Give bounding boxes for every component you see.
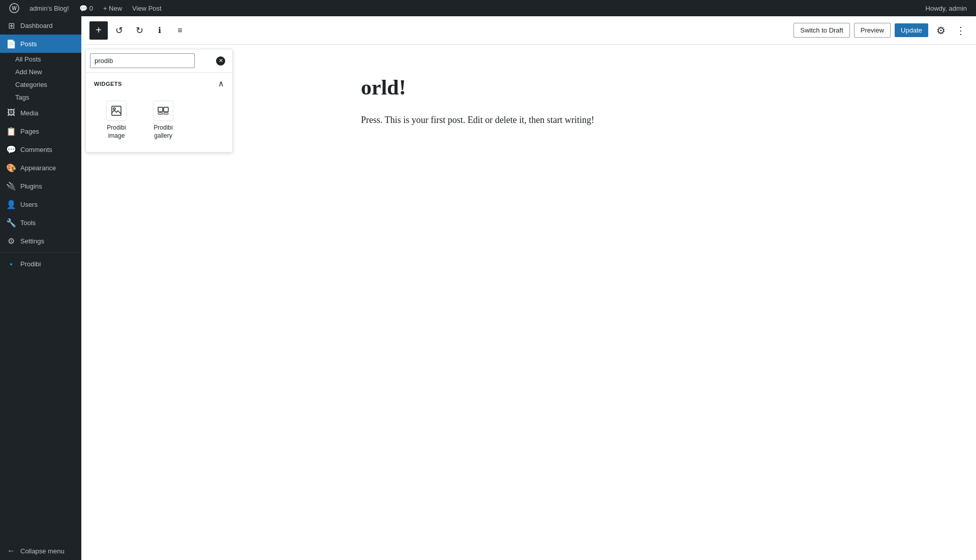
search-input-wrapper: ✕ — [90, 53, 228, 68]
sidebar-plugins-label: Plugins — [20, 182, 42, 190]
new-label: + New — [103, 5, 122, 12]
sidebar-divider — [0, 252, 81, 253]
site-name-label: admin's Blog! — [29, 5, 69, 12]
prodibi-image-label: Prodibi image — [98, 124, 135, 140]
svg-rect-4 — [158, 107, 163, 112]
view-post-label: View Post — [132, 5, 162, 12]
block-item-prodibi-gallery[interactable]: Prodibi gallery — [141, 95, 186, 144]
block-search-input[interactable] — [90, 53, 195, 68]
comment-icon: 💬 — [79, 5, 87, 12]
collapse-menu-label: Collapse menu — [20, 547, 65, 555]
sidebar-item-pages[interactable]: 📋 Pages — [0, 122, 81, 140]
editor-body: ✕ Widgets ∧ — [81, 45, 976, 560]
svg-rect-6 — [158, 113, 163, 114]
toolbar-left: + ↺ ↻ ℹ ≡ — [89, 21, 189, 40]
sidebar-pages-label: Pages — [20, 128, 39, 135]
admin-bar: W admin's Blog! 💬 0 + New View Post Howd… — [0, 0, 976, 16]
sidebar-item-dashboard[interactable]: ⊞ Dashboard — [0, 16, 81, 35]
comments-link[interactable]: 💬 0 — [74, 0, 98, 16]
wp-logo-icon: W — [9, 3, 19, 13]
sidebar-item-settings[interactable]: ⚙ Settings — [0, 232, 81, 250]
block-item-prodibi-image[interactable]: Prodibi image — [94, 95, 139, 144]
sidebar-appearance-label: Appearance — [20, 164, 56, 172]
update-button[interactable]: Update — [895, 23, 928, 37]
main-layout: ⊞ Dashboard 📄 Posts All Posts Add New Ca… — [0, 16, 976, 560]
prodibi-icon: ● — [6, 259, 16, 269]
sidebar-item-posts[interactable]: 📄 Posts — [0, 35, 81, 53]
svg-rect-2 — [112, 106, 121, 115]
sidebar-users-label: Users — [20, 201, 38, 208]
prodibi-image-icon — [106, 101, 127, 121]
content-area: + ↺ ↻ ℹ ≡ Switch to Draft Preview Update… — [81, 16, 976, 560]
blocks-grid: Prodibi image Prodib — [90, 90, 228, 148]
appearance-icon: 🎨 — [6, 163, 16, 173]
gallery-svg — [157, 105, 169, 117]
tools-icon: 🔧 — [6, 217, 16, 228]
list-view-button[interactable]: ≡ — [171, 21, 189, 40]
block-inserter-popup: ✕ Widgets ∧ — [85, 49, 233, 152]
svg-rect-5 — [164, 107, 168, 112]
info-button[interactable]: ℹ — [150, 21, 169, 40]
popup-section-header: Widgets ∧ — [90, 77, 228, 90]
posts-icon: 📄 — [6, 39, 16, 49]
undo-button[interactable]: ↺ — [110, 21, 128, 40]
svg-point-3 — [113, 108, 115, 110]
popup-section-widgets: Widgets ∧ Prodibi — [86, 73, 232, 152]
toolbar-right: Switch to Draft Preview Update ⚙ ⋮ — [794, 22, 968, 39]
sidebar-item-media[interactable]: 🖼 Media — [0, 104, 81, 122]
sidebar-bottom: ← Collapse menu — [0, 542, 81, 560]
sidebar-comments-label: Comments — [20, 146, 52, 153]
collapse-icon: ← — [6, 546, 16, 556]
sidebar-item-prodibi[interactable]: ● Prodibi — [0, 255, 81, 273]
image-svg — [110, 105, 123, 117]
switch-to-draft-button[interactable]: Switch to Draft — [794, 23, 850, 38]
sidebar-item-tags[interactable]: Tags — [0, 91, 81, 104]
sidebar: ⊞ Dashboard 📄 Posts All Posts Add New Ca… — [0, 16, 81, 560]
svg-rect-7 — [164, 113, 168, 114]
sidebar-menu: ⊞ Dashboard 📄 Posts All Posts Add New Ca… — [0, 16, 81, 542]
prodibi-gallery-label: Prodibi gallery — [145, 124, 181, 140]
users-icon: 👤 — [6, 199, 16, 209]
media-icon: 🖼 — [6, 108, 16, 118]
comments-count: 0 — [89, 5, 93, 12]
sidebar-item-tools[interactable]: 🔧 Tools — [0, 213, 81, 232]
sidebar-item-appearance[interactable]: 🎨 Appearance — [0, 159, 81, 177]
sidebar-settings-label: Settings — [20, 237, 44, 245]
sidebar-tools-label: Tools — [20, 219, 36, 227]
prodibi-gallery-icon — [153, 101, 173, 121]
post-body[interactable]: Press. This is your first post. Edit or … — [361, 112, 696, 128]
editor-content: orld! Press. This is your first post. Ed… — [300, 45, 757, 159]
comments-icon: 💬 — [6, 144, 16, 154]
sidebar-posts-label: Posts — [20, 40, 37, 48]
svg-text:W: W — [12, 6, 17, 11]
sidebar-prodibi-label: Prodibi — [20, 260, 41, 268]
settings-icon: ⚙ — [6, 236, 16, 246]
plugins-icon: 🔌 — [6, 181, 16, 191]
sidebar-item-collapse[interactable]: ← Collapse menu — [0, 542, 81, 560]
settings-panel-button[interactable]: ⚙ — [932, 22, 950, 39]
wp-logo-link[interactable]: W — [4, 0, 24, 16]
sidebar-item-comments[interactable]: 💬 Comments — [0, 140, 81, 159]
sidebar-item-all-posts[interactable]: All Posts — [0, 53, 81, 66]
sidebar-item-add-new[interactable]: Add New — [0, 66, 81, 78]
sidebar-item-categories[interactable]: Categories — [0, 78, 81, 91]
dashboard-icon: ⊞ — [6, 20, 16, 30]
sidebar-media-label: Media — [20, 109, 38, 117]
more-options-button[interactable]: ⋮ — [954, 22, 968, 39]
block-inserter-button[interactable]: + — [89, 21, 108, 40]
clear-search-button[interactable]: ✕ — [216, 56, 225, 66]
popup-search-row: ✕ — [86, 49, 232, 73]
site-name-link[interactable]: admin's Blog! — [24, 0, 74, 16]
editor-toolbar: + ↺ ↻ ℹ ≡ Switch to Draft Preview Update… — [81, 16, 976, 45]
new-post-link[interactable]: + New — [98, 0, 127, 16]
section-collapse-button[interactable]: ∧ — [218, 79, 224, 88]
post-title[interactable]: orld! — [361, 75, 696, 100]
sidebar-item-users[interactable]: 👤 Users — [0, 195, 81, 213]
sidebar-dashboard-label: Dashboard — [20, 22, 53, 29]
howdy-label: Howdy, admin — [921, 5, 972, 12]
section-label: Widgets — [94, 81, 122, 87]
sidebar-item-plugins[interactable]: 🔌 Plugins — [0, 177, 81, 195]
view-post-link[interactable]: View Post — [127, 0, 167, 16]
redo-button[interactable]: ↻ — [130, 21, 148, 40]
preview-button[interactable]: Preview — [854, 23, 891, 38]
